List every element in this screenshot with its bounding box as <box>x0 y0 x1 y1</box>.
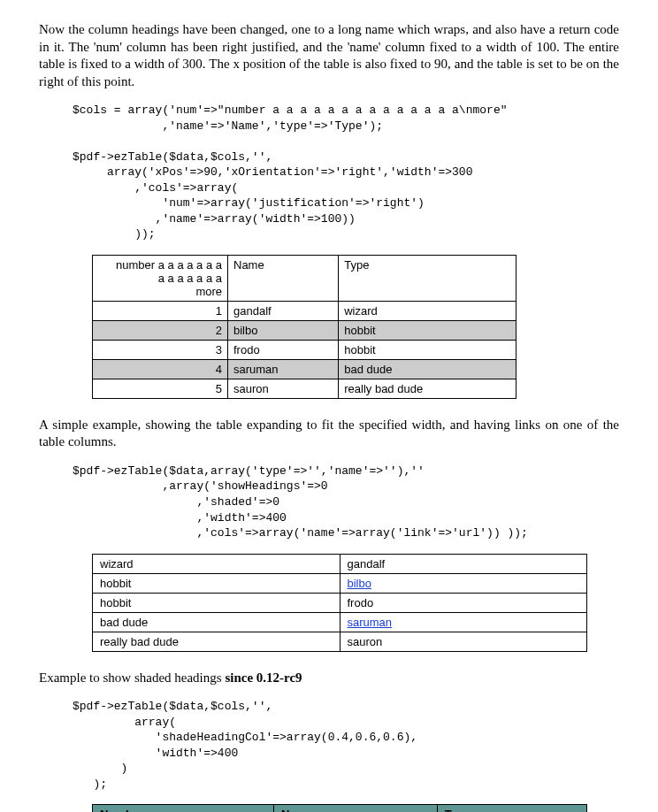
table-2-link[interactable]: saruman <box>348 616 393 629</box>
table-1-cell-name: bilbo <box>228 320 339 340</box>
table-3-header-row: Number Name Type <box>93 805 587 812</box>
paragraph-2: A simple example, showing the table expa… <box>39 417 619 451</box>
table-1-wrapper: number a a a a a a a a a a a a a a more … <box>92 255 619 399</box>
table-1-header-name: Name <box>228 255 339 301</box>
table-2: wizardgandalfhobbitbilbohobbitfrodobad d… <box>92 554 587 652</box>
table-3-header-num: Number <box>93 805 274 812</box>
table-3-header-name: Name <box>273 805 437 812</box>
code-block-3: $pdf->ezTable($data,$cols,'', array( 'sh… <box>73 699 619 792</box>
table-row: 1gandalfwizard <box>93 301 516 320</box>
table-1-cell-num: 3 <box>93 340 228 359</box>
table-2-link[interactable]: bilbo <box>348 577 371 590</box>
table-2-cell-name: gandalf <box>340 554 587 573</box>
table-1-cell-type: bad dude <box>339 359 516 379</box>
table-1-cell-num: 1 <box>93 301 228 320</box>
table-1-cell-type: hobbit <box>339 320 516 340</box>
table-1-cell-type: hobbit <box>339 340 516 359</box>
table-row: 5sauronreally bad dude <box>93 379 516 398</box>
table-2-cell-name[interactable]: bilbo <box>340 573 587 593</box>
paragraph-3-bold: since 0.12-rc9 <box>225 670 302 685</box>
code-block-2: $pdf->ezTable($data,array('type'=>'','na… <box>73 463 619 541</box>
table-2-cell-type: bad dude <box>93 612 340 632</box>
table-1-cell-name: gandalf <box>228 301 339 320</box>
table-1-cell-name: sauron <box>228 379 339 398</box>
code-block-1: $cols = array('num'=>"number a a a a a a… <box>73 103 619 242</box>
table-row: wizardgandalf <box>93 554 587 573</box>
table-2-cell-name[interactable]: saruman <box>340 612 587 632</box>
table-1: number a a a a a a a a a a a a a a more … <box>92 255 516 399</box>
table-2-cell-name: frodo <box>340 593 587 612</box>
table-2-cell-type: hobbit <box>93 593 340 612</box>
table-2-cell-type: wizard <box>93 554 340 573</box>
table-1-cell-name: saruman <box>228 359 339 379</box>
paragraph-1: Now the column headings have been change… <box>39 21 619 90</box>
table-2-cell-type: really bad dude <box>93 632 340 651</box>
table-1-header-type: Type <box>339 255 516 301</box>
table-3: Number Name Type 1gandalfwizard2bilbohob… <box>92 804 587 812</box>
table-row: hobbitbilbo <box>93 573 587 593</box>
table-3-wrapper: Number Name Type 1gandalfwizard2bilbohob… <box>92 804 619 812</box>
table-row: 2bilbohobbit <box>93 320 516 340</box>
table-2-cell-type: hobbit <box>93 573 340 593</box>
table-row: 3frodohobbit <box>93 340 516 359</box>
table-row: really bad dudesauron <box>93 632 587 651</box>
table-1-cell-num: 2 <box>93 320 228 340</box>
table-1-header-row: number a a a a a a a a a a a a a a more … <box>93 255 516 301</box>
table-row: 4sarumanbad dude <box>93 359 516 379</box>
table-3-header-type: Type <box>437 805 586 812</box>
table-2-wrapper: wizardgandalfhobbitbilbohobbitfrodobad d… <box>92 554 619 652</box>
table-1-cell-name: frodo <box>228 340 339 359</box>
table-1-cell-type: really bad dude <box>339 379 516 398</box>
table-1-cell-num: 5 <box>93 379 228 398</box>
table-row: bad dudesaruman <box>93 612 587 632</box>
table-1-header-num: number a a a a a a a a a a a a a a more <box>93 255 228 301</box>
table-row: hobbitfrodo <box>93 593 587 612</box>
table-1-cell-num: 4 <box>93 359 228 379</box>
paragraph-3-prefix: Example to show shaded headings <box>39 670 225 685</box>
table-2-cell-name: sauron <box>340 632 587 651</box>
table-1-cell-type: wizard <box>339 301 516 320</box>
paragraph-3: Example to show shaded headings since 0.… <box>39 670 619 687</box>
